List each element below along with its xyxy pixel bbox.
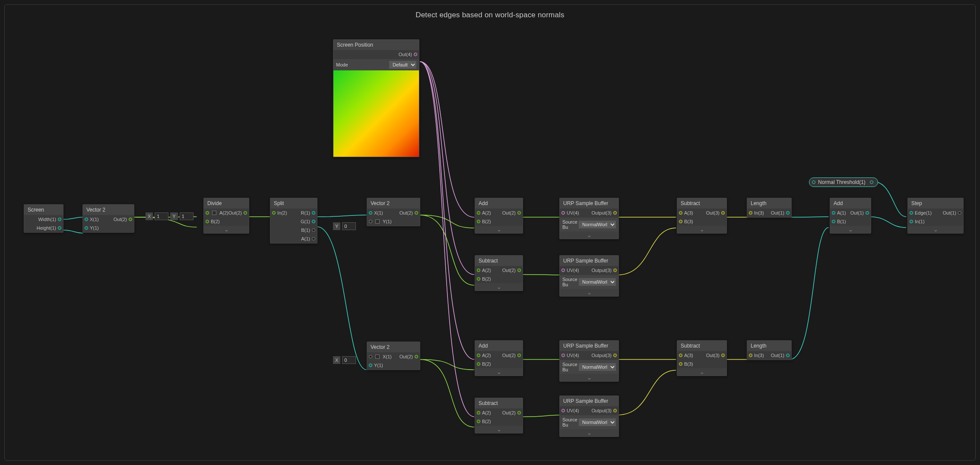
node-title[interactable]: Screen bbox=[24, 205, 63, 215]
chevron-down-icon[interactable]: ⌄ bbox=[204, 226, 249, 233]
src-select[interactable]: NormalWorl bbox=[579, 221, 616, 228]
x-value[interactable]: 0 bbox=[342, 356, 356, 364]
out-pin[interactable] bbox=[58, 226, 61, 230]
in-pin[interactable] bbox=[477, 411, 480, 414]
split-node[interactable]: Split In(2)R(1) G(1) B(1) A(1) bbox=[270, 198, 317, 244]
in-pin[interactable] bbox=[477, 354, 480, 357]
in-pin[interactable] bbox=[206, 211, 209, 215]
length-v-node[interactable]: Length In(3)Out(1) bbox=[747, 340, 792, 360]
in-pin[interactable] bbox=[477, 420, 480, 423]
out-pin[interactable] bbox=[786, 354, 790, 357]
chevron-down-icon[interactable]: ⌄ bbox=[475, 226, 523, 233]
in-pin[interactable] bbox=[85, 218, 88, 221]
chevron-down-icon[interactable]: ⌄ bbox=[677, 226, 726, 233]
out-pin[interactable] bbox=[866, 211, 869, 215]
src-select[interactable]: NormalWorl bbox=[579, 278, 616, 286]
vec2b-y-inline[interactable]: Y0 bbox=[333, 222, 356, 230]
node-title[interactable]: Add bbox=[830, 198, 871, 209]
node-title[interactable]: Vector 2 bbox=[83, 205, 134, 215]
out-pin[interactable] bbox=[517, 411, 521, 414]
subtract-h-node[interactable]: Subtract A(2)Out(2) B(2) ⌄ bbox=[475, 255, 523, 291]
out-pin[interactable] bbox=[415, 355, 418, 358]
step-node[interactable]: Step Edge(1)Out(1) In(1) ⌄ bbox=[907, 198, 964, 234]
chevron-down-icon[interactable]: ⌄ bbox=[475, 283, 523, 291]
in-pin[interactable] bbox=[749, 354, 752, 357]
y-value[interactable]: 1 bbox=[180, 212, 193, 220]
urp-sample-2-node[interactable]: URP Sample Buffer UV(4)Output(3) Source … bbox=[559, 255, 619, 297]
out-pin[interactable] bbox=[517, 354, 521, 357]
node-title[interactable]: Divide bbox=[204, 198, 249, 209]
chevron-down-icon[interactable]: ⌄ bbox=[830, 226, 871, 233]
vector2-b-node[interactable]: Vector 2 X(1)Out(2) Y(1) bbox=[367, 198, 420, 226]
node-title[interactable]: URP Sample Buffer bbox=[560, 396, 618, 406]
x-value[interactable]: 1 bbox=[155, 212, 168, 220]
subtract-normals-v-node[interactable]: Subtract A(3)Out(3) B(3) ⌄ bbox=[677, 340, 727, 376]
vector2-a-node[interactable]: Vector 2 X(1) Out(2) Y(1) bbox=[82, 204, 134, 233]
in-pin[interactable] bbox=[561, 409, 565, 412]
out-pin[interactable] bbox=[129, 218, 132, 221]
in-pin[interactable] bbox=[679, 211, 682, 215]
chevron-down-icon[interactable]: ⌄ bbox=[475, 426, 523, 433]
urp-sample-1-node[interactable]: URP Sample Buffer UV(4)Output(3) Source … bbox=[559, 198, 619, 239]
out-pin[interactable] bbox=[312, 211, 315, 215]
mode-select[interactable]: Default bbox=[389, 61, 416, 69]
out-pin[interactable] bbox=[958, 211, 961, 215]
in-pin[interactable] bbox=[85, 226, 88, 230]
in-pin[interactable] bbox=[910, 220, 913, 223]
subtract-v-node[interactable]: Subtract A(2)Out(2) B(2) ⌄ bbox=[475, 398, 523, 433]
out-pin[interactable] bbox=[312, 237, 315, 240]
node-title[interactable]: Length bbox=[747, 341, 791, 351]
in-pin[interactable] bbox=[679, 362, 682, 366]
node-title[interactable]: Vector 2 bbox=[367, 342, 420, 352]
out-pin[interactable] bbox=[415, 211, 418, 215]
in-pin[interactable] bbox=[679, 354, 682, 357]
divide-node[interactable]: Divide A(2) Out(2) B(2) ⌄ bbox=[203, 198, 249, 234]
in-pin[interactable] bbox=[832, 220, 835, 223]
node-title[interactable]: Vector 2 bbox=[367, 198, 420, 209]
in-pin[interactable] bbox=[561, 354, 565, 357]
chevron-down-icon[interactable]: ⌄ bbox=[677, 368, 726, 376]
out-pin[interactable] bbox=[517, 269, 521, 272]
in-pin[interactable] bbox=[369, 364, 372, 367]
add-final-node[interactable]: Add A(1)Out(1) B(1) ⌄ bbox=[830, 198, 871, 234]
node-title[interactable]: Step bbox=[908, 198, 963, 209]
out-pin[interactable] bbox=[613, 354, 617, 357]
y-value[interactable]: 0 bbox=[342, 222, 356, 230]
chevron-down-icon[interactable]: ⌄ bbox=[560, 289, 618, 296]
chevron-down-icon[interactable]: ⌄ bbox=[560, 429, 618, 437]
vec2c-x-inline[interactable]: X0 bbox=[333, 356, 356, 364]
node-title[interactable]: Add bbox=[475, 198, 523, 209]
node-title[interactable]: URP Sample Buffer bbox=[560, 198, 618, 209]
chevron-down-icon[interactable]: ⌄ bbox=[475, 368, 523, 376]
node-title[interactable]: URP Sample Buffer bbox=[560, 341, 618, 351]
out-pin[interactable] bbox=[613, 409, 617, 412]
out-pin[interactable] bbox=[613, 211, 617, 215]
in-pin[interactable] bbox=[679, 220, 682, 223]
property-out-pin[interactable] bbox=[870, 180, 873, 184]
in-pin[interactable] bbox=[477, 362, 480, 366]
node-title[interactable]: Subtract bbox=[475, 398, 523, 408]
node-title[interactable]: Subtract bbox=[677, 341, 726, 351]
urp-sample-3-node[interactable]: URP Sample Buffer UV(4)Output(3) Source … bbox=[559, 340, 619, 382]
out-pin[interactable] bbox=[312, 220, 315, 223]
node-title[interactable]: Subtract bbox=[475, 256, 523, 266]
out-pin[interactable] bbox=[244, 211, 247, 215]
in-pin[interactable] bbox=[272, 211, 276, 215]
out-pin[interactable] bbox=[58, 218, 61, 221]
in-pin[interactable] bbox=[369, 355, 372, 358]
in-pin[interactable] bbox=[910, 211, 913, 215]
node-title[interactable]: Subtract bbox=[677, 198, 726, 209]
screen-node[interactable]: Screen Width(1) Height(1) bbox=[24, 204, 63, 233]
in-pin[interactable] bbox=[477, 277, 480, 281]
out-pin[interactable] bbox=[721, 354, 725, 357]
node-title[interactable]: URP Sample Buffer bbox=[560, 256, 618, 266]
node-title[interactable]: Add bbox=[475, 341, 523, 351]
chevron-down-icon[interactable]: ⌄ bbox=[560, 374, 618, 381]
in-pin[interactable] bbox=[477, 269, 480, 272]
chevron-down-icon[interactable]: ⌄ bbox=[908, 226, 963, 233]
out-pin[interactable] bbox=[312, 228, 315, 232]
node-title[interactable]: Length bbox=[747, 198, 791, 209]
in-pin[interactable] bbox=[206, 220, 209, 223]
subtract-normals-h-node[interactable]: Subtract A(3)Out(3) B(3) ⌄ bbox=[677, 198, 727, 234]
screen-position-node[interactable]: Screen Position Out(4) Mode Default bbox=[333, 39, 419, 157]
